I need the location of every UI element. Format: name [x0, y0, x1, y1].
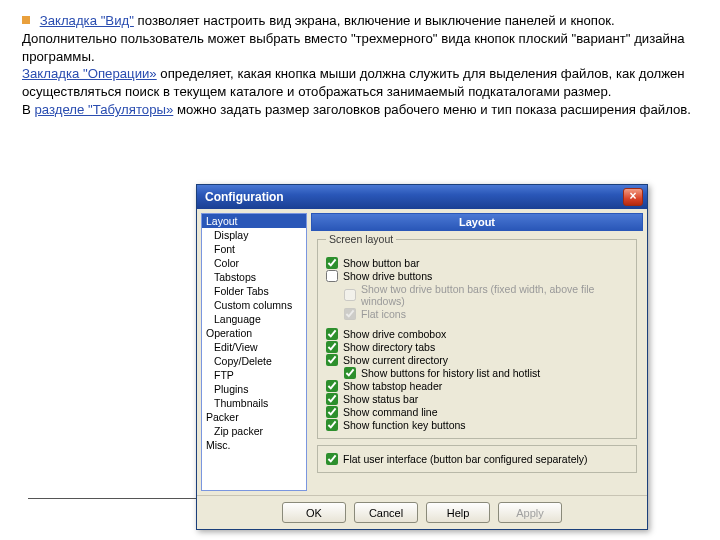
- tree-item[interactable]: Thumbnails: [202, 396, 306, 410]
- tree-item[interactable]: FTP: [202, 368, 306, 382]
- dialog-buttons: OK Cancel Help Apply: [197, 495, 647, 529]
- panel-title: Layout: [311, 213, 643, 231]
- titlebar[interactable]: Configuration ×: [197, 185, 647, 209]
- chk-drive-combobox[interactable]: Show drive combobox: [326, 328, 628, 340]
- intro-p3: можно задать размер заголовков рабочего …: [173, 102, 691, 117]
- link-view-tab[interactable]: Закладка "Вид": [40, 13, 134, 28]
- chk-history-buttons[interactable]: Show buttons for history list and hotlis…: [344, 367, 628, 379]
- tree-item[interactable]: Custom columns: [202, 298, 306, 312]
- chk-show-drive-buttons[interactable]: Show drive buttons: [326, 270, 628, 282]
- tree-item[interactable]: Plugins: [202, 382, 306, 396]
- tree-item[interactable]: Misc.: [202, 438, 306, 452]
- chk-current-directory[interactable]: Show current directory: [326, 354, 628, 366]
- tree-item[interactable]: Zip packer: [202, 424, 306, 438]
- link-operations-tab[interactable]: Закладка "Операции»: [22, 66, 157, 81]
- flat-ui-group: Flat user interface (button bar configur…: [317, 445, 637, 473]
- help-button[interactable]: Help: [426, 502, 490, 523]
- tree-item[interactable]: Language: [202, 312, 306, 326]
- chk-command-line[interactable]: Show command line: [326, 406, 628, 418]
- tree-item[interactable]: Copy/Delete: [202, 354, 306, 368]
- tree-item[interactable]: Folder Tabs: [202, 284, 306, 298]
- window-title: Configuration: [205, 190, 284, 204]
- tree-item[interactable]: Font: [202, 242, 306, 256]
- chk-flat-ui[interactable]: Flat user interface (button bar configur…: [326, 453, 628, 465]
- tree-item[interactable]: Operation: [202, 326, 306, 340]
- tree-item[interactable]: Display: [202, 228, 306, 242]
- ok-button[interactable]: OK: [282, 502, 346, 523]
- chk-two-drive-bars: Show two drive button bars (fixed width,…: [344, 283, 628, 307]
- tree-item[interactable]: Edit/View: [202, 340, 306, 354]
- tree-item[interactable]: Packer: [202, 410, 306, 424]
- screen-layout-group: Screen layout Show button bar Show drive…: [317, 239, 637, 439]
- chk-status-bar[interactable]: Show status bar: [326, 393, 628, 405]
- configuration-dialog: Configuration × LayoutDisplayFontColorTa…: [196, 184, 648, 530]
- cancel-button[interactable]: Cancel: [354, 502, 418, 523]
- intro-p3-pre: В: [22, 102, 34, 117]
- apply-button[interactable]: Apply: [498, 502, 562, 523]
- chk-directory-tabs[interactable]: Show directory tabs: [326, 341, 628, 353]
- chk-tabstop-header[interactable]: Show tabstop header: [326, 380, 628, 392]
- close-icon[interactable]: ×: [623, 188, 643, 206]
- group-legend: Screen layout: [326, 233, 396, 245]
- tree-item[interactable]: Layout: [202, 214, 306, 228]
- intro-text: Закладка "Вид" позволяет настроить вид э…: [0, 0, 720, 121]
- chk-show-button-bar[interactable]: Show button bar: [326, 257, 628, 269]
- link-tabstops[interactable]: разделе "Табуляторы»: [34, 102, 173, 117]
- tree-item[interactable]: Color: [202, 256, 306, 270]
- category-tree[interactable]: LayoutDisplayFontColorTabstopsFolder Tab…: [201, 213, 307, 491]
- chk-flat-icons: Flat icons: [344, 308, 628, 320]
- bullet-icon: [22, 16, 30, 24]
- tree-item[interactable]: Tabstops: [202, 270, 306, 284]
- chk-function-keys[interactable]: Show function key buttons: [326, 419, 628, 431]
